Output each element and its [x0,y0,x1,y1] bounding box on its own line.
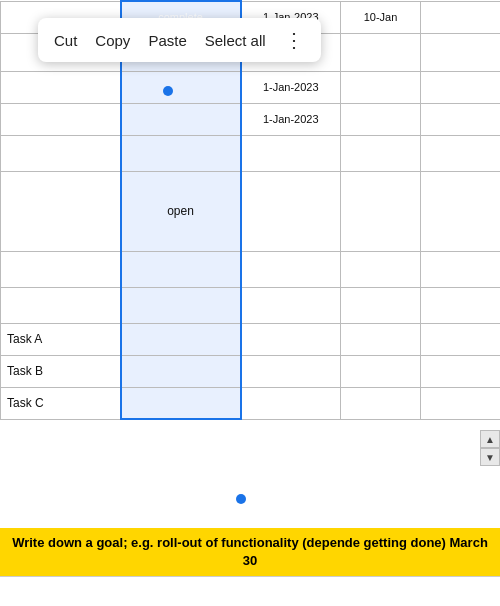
more-menu-item[interactable]: ⋮ [284,28,305,52]
paste-menu-item[interactable]: Paste [148,32,186,49]
bottom-bar [0,576,500,606]
table-row: 1-Jan-2023 [1,71,501,103]
selection-handle-bottom[interactable] [236,494,246,504]
table-row: 1-Jan-2023 [1,103,501,135]
banner-text: Write down a goal; e.g. roll-out of func… [12,535,488,568]
spreadsheet-grid: complete 1-Jan-2023 10-Jan open 1-Jan-20… [0,0,500,606]
select-all-menu-item[interactable]: Select all [205,32,266,49]
yellow-banner: Write down a goal; e.g. roll-out of func… [0,528,500,576]
table-row [1,251,501,287]
scroll-down-button[interactable]: ▼ [480,448,500,466]
table-row: Task B [1,355,501,387]
table-row [1,135,501,171]
table-row: open [1,171,501,251]
selection-handle-top[interactable] [163,86,173,96]
scroll-control: ▲ ▼ [480,430,500,466]
context-menu: Cut Copy Paste Select all ⋮ [38,18,321,62]
cut-menu-item[interactable]: Cut [54,32,77,49]
table-row: Task C [1,387,501,419]
table-row: Task A [1,323,501,355]
table-row [1,287,501,323]
scroll-up-button[interactable]: ▲ [480,430,500,448]
copy-menu-item[interactable]: Copy [95,32,130,49]
spreadsheet-table: complete 1-Jan-2023 10-Jan open 1-Jan-20… [0,0,500,420]
